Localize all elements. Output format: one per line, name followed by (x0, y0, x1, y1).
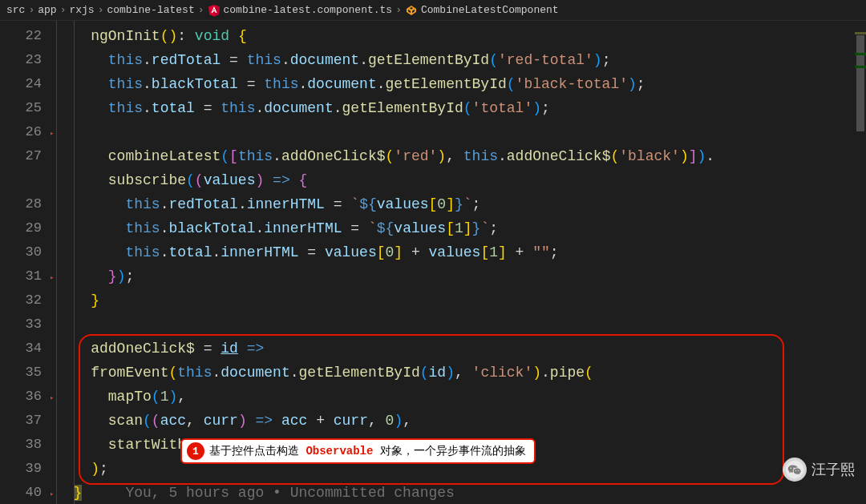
line-number: 28 (0, 192, 42, 216)
code-line[interactable]: }); (56, 264, 866, 288)
line-number: ▸40 (0, 481, 42, 504)
code-line[interactable]: this.redTotal.innerHTML = `${values[0]}`… (56, 192, 866, 216)
line-number: ▸26 (0, 120, 42, 144)
code-line[interactable]: ngOnInit(): void { (56, 24, 866, 48)
breadcrumb-sep: › (28, 4, 34, 16)
code-line[interactable]: addOneClick$ = id => (56, 337, 866, 361)
annotation-number-badge: 1 (187, 442, 204, 460)
breadcrumb-sep: › (395, 4, 402, 16)
line-number: 22 (0, 24, 42, 48)
code-line[interactable]: } (56, 288, 866, 312)
line-number: 38 (0, 433, 42, 457)
breadcrumb-item-folder[interactable]: combine-latest (107, 4, 194, 16)
line-number: ▸36 (0, 385, 42, 409)
scrollbar-thumb[interactable] (856, 35, 864, 131)
angular-icon (208, 4, 221, 17)
wechat-icon (783, 458, 807, 482)
breadcrumb-item-file[interactable]: combine-latest.component.ts (208, 4, 393, 17)
line-number: 24 (0, 72, 42, 96)
code-line[interactable]: this.blackTotal.innerHTML = `${values[1]… (56, 216, 866, 240)
line-number: 23 (0, 48, 42, 72)
code-line[interactable]: this.redTotal = this.document.getElement… (56, 48, 866, 72)
line-number: 25 (0, 96, 42, 120)
line-number-gutter: 22 23 24 25 ▸26 27 28 29 30 ▸31 32 33 34… (0, 21, 56, 504)
breadcrumb-symbol-label: CombineLatestComponent (421, 4, 559, 16)
code-editor[interactable]: 22 23 24 25 ▸26 27 28 29 30 ▸31 32 33 34… (0, 21, 866, 504)
breadcrumb-item-src[interactable]: src (6, 4, 25, 16)
breadcrumb-sep: › (198, 4, 204, 16)
breadcrumb-sep: › (98, 4, 104, 16)
line-number: ▸31 (0, 264, 42, 288)
code-area[interactable]: ngOnInit(): void { this.redTotal = this.… (56, 21, 866, 504)
code-line[interactable]: this.blackTotal = this.document.getEleme… (56, 72, 866, 96)
annotation-callout: 1 基于控件点击构造 Observable 对象，一个异步事件流的抽象 (180, 438, 536, 464)
code-line[interactable]: combineLatest([this.addOneClick$('red'),… (56, 144, 866, 168)
line-number: 27 (0, 144, 42, 168)
code-line[interactable]: this.total.innerHTML = values[0] + value… (56, 240, 866, 264)
line-number: 37 (0, 409, 42, 433)
code-line[interactable]: fromEvent(this.document.getElementById(i… (56, 361, 866, 385)
watermark-text: 汪子熙 (811, 460, 855, 479)
breadcrumb: src › app › rxjs › combine-latest › comb… (0, 0, 866, 21)
code-line[interactable]: this.total = this.document.getElementByI… (56, 96, 866, 120)
gitlens-annotation: You, 5 hours ago • Uncommitted changes (125, 485, 454, 501)
code-line[interactable]: } You, 5 hours ago • Uncommitted changes (56, 481, 866, 504)
vertical-scrollbar[interactable] (855, 21, 866, 504)
line-number: 29 (0, 216, 42, 240)
breadcrumb-item-rxjs[interactable]: rxjs (69, 4, 94, 16)
code-line[interactable]: mapTo(1), (56, 385, 866, 409)
class-icon (405, 4, 418, 17)
breadcrumb-file-label: combine-latest.component.ts (224, 4, 393, 16)
line-number: 39 (0, 457, 42, 481)
code-line[interactable] (56, 312, 866, 337)
watermark: 汪子熙 (783, 458, 855, 482)
line-number (0, 168, 42, 192)
breadcrumb-item-symbol[interactable]: CombineLatestComponent (405, 4, 559, 17)
code-line[interactable]: scan((acc, curr) => acc + curr, 0), (56, 409, 866, 433)
line-number: 34 (0, 337, 42, 361)
line-number: 33 (0, 312, 42, 337)
code-line[interactable]: subscribe((values) => { (56, 168, 866, 192)
breadcrumb-item-app[interactable]: app (38, 4, 56, 16)
code-line[interactable] (56, 120, 866, 144)
line-number: 35 (0, 361, 42, 385)
line-number: 32 (0, 288, 42, 312)
breadcrumb-sep: › (60, 4, 67, 16)
annotation-text: 基于控件点击构造 Observable 对象，一个异步事件流的抽象 (209, 444, 526, 458)
line-number: 30 (0, 240, 42, 264)
